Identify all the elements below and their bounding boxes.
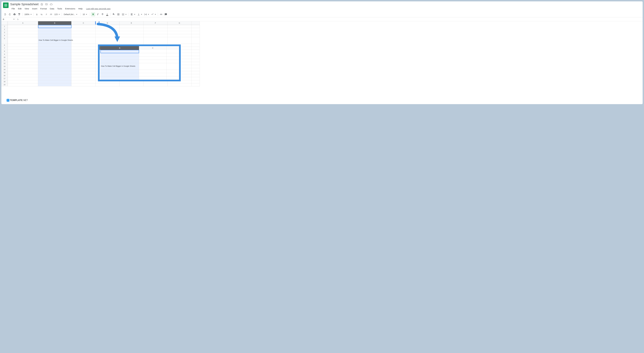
cell[interactable]	[192, 80, 200, 83]
cell[interactable]	[38, 56, 72, 59]
cell[interactable]	[72, 62, 96, 65]
row-header[interactable]: 19	[2, 83, 8, 86]
menu-extensions[interactable]: Extensions	[64, 7, 76, 10]
inset-cell[interactable]	[167, 50, 179, 53]
inset-cell[interactable]	[139, 76, 167, 80]
cell[interactable]: How To Make Cell Bigger in Google Sheets	[38, 37, 72, 44]
star-icon[interactable]	[40, 3, 43, 6]
text-color-button[interactable]: A	[105, 12, 109, 17]
cell[interactable]	[120, 83, 144, 86]
cell[interactable]	[8, 80, 38, 83]
inset-cell[interactable]	[167, 57, 179, 60]
horizontal-align-dropdown[interactable]	[130, 13, 136, 16]
inset-cell[interactable]	[100, 60, 139, 63]
bold-button[interactable]	[91, 12, 95, 17]
menu-insert[interactable]: Insert	[31, 7, 39, 10]
cell[interactable]	[8, 44, 38, 47]
cell[interactable]	[144, 34, 168, 37]
cell[interactable]	[8, 37, 38, 44]
inset-cell[interactable]	[167, 70, 179, 73]
cell[interactable]	[120, 25, 144, 28]
cell[interactable]	[144, 83, 168, 86]
col-header-b[interactable]: B	[38, 21, 72, 25]
cell[interactable]	[72, 47, 96, 50]
cell[interactable]	[8, 28, 38, 31]
cell[interactable]	[168, 37, 192, 44]
percent-button[interactable]: %	[40, 12, 44, 17]
menu-view[interactable]: View	[23, 7, 30, 10]
fill-color-button[interactable]	[112, 12, 116, 17]
row-header[interactable]: 16	[2, 74, 8, 77]
inset-cell[interactable]	[139, 63, 167, 70]
menu-format[interactable]: Format	[39, 7, 48, 10]
cell[interactable]	[72, 56, 96, 59]
row-header[interactable]: 11	[2, 59, 8, 62]
cell[interactable]	[144, 31, 168, 34]
cell[interactable]	[8, 62, 38, 65]
doc-title[interactable]: Sample Spreadsheet	[10, 3, 38, 6]
inset-col-b[interactable]: B	[100, 46, 139, 50]
row-header[interactable]: 5	[2, 37, 8, 44]
row-header[interactable]: 7	[2, 47, 8, 50]
cloud-icon[interactable]	[50, 3, 52, 6]
font-size-dropdown[interactable]: 10	[82, 13, 89, 16]
cell[interactable]	[192, 68, 200, 71]
cell[interactable]	[72, 37, 96, 44]
borders-button[interactable]	[116, 12, 120, 17]
cell[interactable]	[38, 62, 72, 65]
inset-cell[interactable]	[167, 53, 179, 57]
cell[interactable]	[38, 77, 72, 80]
cell[interactable]	[38, 50, 72, 53]
menu-help[interactable]: Help	[77, 7, 84, 10]
cell[interactable]	[168, 25, 192, 28]
cell[interactable]	[8, 83, 38, 86]
row-header[interactable]: 9	[2, 53, 8, 56]
cell[interactable]	[8, 65, 38, 68]
cell[interactable]	[72, 34, 96, 37]
vertical-align-dropdown[interactable]	[136, 13, 143, 16]
inset-cell[interactable]	[100, 76, 139, 80]
text-rotation-dropdown[interactable]	[150, 13, 157, 16]
inset-cell[interactable]	[100, 50, 139, 53]
cell[interactable]	[120, 37, 144, 44]
cell[interactable]	[72, 25, 96, 28]
last-edit-link[interactable]: Last edit was seconds ago	[86, 8, 110, 10]
col-header-blank[interactable]	[192, 21, 200, 25]
cell[interactable]	[120, 34, 144, 37]
cell[interactable]	[38, 68, 72, 71]
cell[interactable]	[72, 65, 96, 68]
cell[interactable]	[192, 47, 200, 50]
row-header[interactable]: 8	[2, 50, 8, 53]
cell[interactable]	[72, 31, 96, 34]
cell[interactable]	[72, 71, 96, 74]
cell[interactable]	[8, 71, 38, 74]
cell[interactable]	[8, 50, 38, 53]
cell[interactable]	[72, 77, 96, 80]
cell[interactable]	[8, 77, 38, 80]
cell[interactable]	[38, 74, 72, 77]
cell[interactable]	[72, 50, 96, 53]
cell[interactable]	[38, 80, 72, 83]
print-button[interactable]	[12, 12, 16, 17]
cell[interactable]	[8, 59, 38, 62]
inset-cell[interactable]	[139, 57, 167, 60]
select-all-corner[interactable]	[2, 21, 8, 25]
cell[interactable]	[8, 25, 38, 28]
inset-cell[interactable]	[167, 76, 179, 80]
col-header-f[interactable]: F	[144, 21, 168, 25]
row-header[interactable]: 3	[2, 31, 8, 34]
name-box[interactable]: :B	[2, 18, 16, 20]
cell[interactable]	[38, 53, 72, 56]
row-header[interactable]: 6	[2, 44, 8, 47]
cell[interactable]	[72, 68, 96, 71]
cell[interactable]	[120, 31, 144, 34]
cell[interactable]	[8, 53, 38, 56]
row-header[interactable]: 1	[2, 25, 8, 28]
row-header[interactable]: 17	[2, 77, 8, 80]
cell[interactable]	[192, 34, 200, 37]
cell[interactable]	[38, 25, 72, 28]
cell[interactable]	[192, 28, 200, 31]
row-header[interactable]: 2	[2, 28, 8, 31]
cell[interactable]	[192, 50, 200, 53]
cell[interactable]	[192, 83, 200, 86]
